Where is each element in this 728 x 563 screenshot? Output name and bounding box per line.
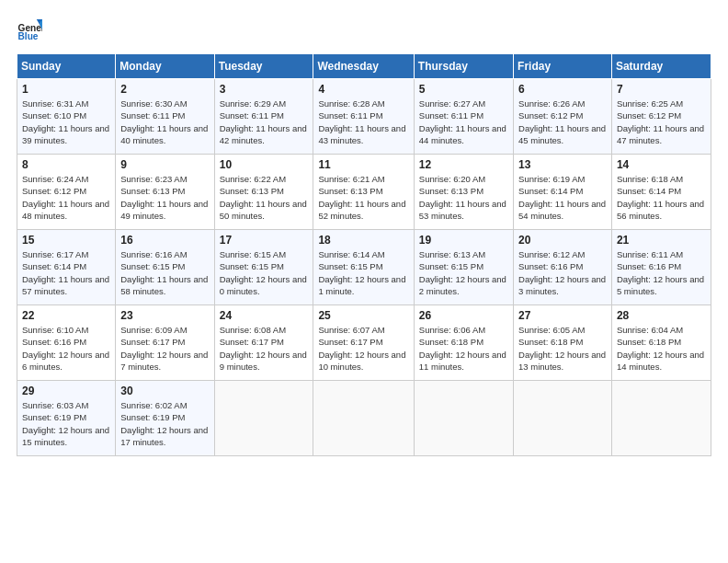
calendar-body: 1 Sunrise: 6:31 AMSunset: 6:10 PMDayligh… [17, 79, 711, 456]
day-info: Sunrise: 6:04 AMSunset: 6:18 PMDaylight:… [617, 324, 706, 373]
calendar-cell: 3 Sunrise: 6:29 AMSunset: 6:11 PMDayligh… [214, 79, 313, 155]
calendar-cell: 23 Sunrise: 6:09 AMSunset: 6:17 PMDaylig… [116, 305, 214, 381]
day-number: 24 [220, 309, 309, 322]
calendar-header: SundayMondayTuesdayWednesdayThursdayFrid… [17, 54, 711, 79]
day-number: 10 [220, 158, 309, 171]
header: General Blue [17, 17, 711, 42]
day-number: 4 [318, 83, 408, 96]
calendar-week-5: 29 Sunrise: 6:03 AMSunset: 6:19 PMDaylig… [17, 381, 711, 456]
day-number: 19 [419, 234, 508, 247]
header-cell-saturday: Saturday [611, 54, 711, 79]
calendar-week-1: 1 Sunrise: 6:31 AMSunset: 6:10 PMDayligh… [17, 79, 711, 155]
day-info: Sunrise: 6:21 AMSunset: 6:13 PMDaylight:… [318, 173, 408, 222]
day-info: Sunrise: 6:02 AMSunset: 6:19 PMDaylight:… [120, 399, 209, 448]
day-number: 14 [617, 158, 706, 171]
day-number: 21 [617, 234, 706, 247]
day-info: Sunrise: 6:16 AMSunset: 6:15 PMDaylight:… [120, 248, 209, 297]
day-info: Sunrise: 6:15 AMSunset: 6:15 PMDaylight:… [220, 248, 309, 297]
day-number: 9 [120, 158, 209, 171]
day-number: 2 [120, 83, 209, 96]
calendar-cell: 5 Sunrise: 6:27 AMSunset: 6:11 PMDayligh… [414, 79, 513, 155]
calendar-cell: 7 Sunrise: 6:25 AMSunset: 6:12 PMDayligh… [611, 79, 711, 155]
calendar-cell: 9 Sunrise: 6:23 AMSunset: 6:13 PMDayligh… [116, 155, 214, 230]
logo-icon: General Blue [17, 17, 42, 42]
day-info: Sunrise: 6:05 AMSunset: 6:18 PMDaylight:… [518, 324, 607, 373]
day-number: 15 [22, 234, 110, 247]
calendar-cell [611, 381, 711, 456]
day-number: 27 [518, 309, 607, 322]
calendar-cell: 24 Sunrise: 6:08 AMSunset: 6:17 PMDaylig… [214, 305, 313, 381]
day-info: Sunrise: 6:18 AMSunset: 6:14 PMDaylight:… [617, 173, 706, 222]
day-info: Sunrise: 6:27 AMSunset: 6:11 PMDaylight:… [419, 98, 508, 146]
day-info: Sunrise: 6:09 AMSunset: 6:17 PMDaylight:… [120, 324, 209, 373]
header-cell-friday: Friday [514, 54, 612, 79]
day-info: Sunrise: 6:03 AMSunset: 6:19 PMDaylight:… [22, 399, 110, 448]
day-number: 5 [419, 83, 508, 96]
day-info: Sunrise: 6:23 AMSunset: 6:13 PMDaylight:… [120, 173, 209, 222]
day-number: 8 [22, 158, 110, 171]
day-number: 6 [518, 83, 607, 96]
day-info: Sunrise: 6:13 AMSunset: 6:15 PMDaylight:… [419, 248, 508, 297]
day-info: Sunrise: 6:17 AMSunset: 6:14 PMDaylight:… [22, 248, 110, 297]
calendar-cell: 26 Sunrise: 6:06 AMSunset: 6:18 PMDaylig… [414, 305, 513, 381]
day-info: Sunrise: 6:19 AMSunset: 6:14 PMDaylight:… [518, 173, 607, 222]
calendar-cell: 13 Sunrise: 6:19 AMSunset: 6:14 PMDaylig… [514, 155, 612, 230]
calendar-cell: 8 Sunrise: 6:24 AMSunset: 6:12 PMDayligh… [17, 155, 116, 230]
day-info: Sunrise: 6:12 AMSunset: 6:16 PMDaylight:… [518, 248, 607, 297]
day-number: 12 [419, 158, 508, 171]
day-number: 22 [22, 309, 110, 322]
calendar-cell: 27 Sunrise: 6:05 AMSunset: 6:18 PMDaylig… [514, 305, 612, 381]
calendar-cell: 18 Sunrise: 6:14 AMSunset: 6:15 PMDaylig… [313, 230, 414, 305]
day-number: 17 [220, 234, 309, 247]
header-cell-wednesday: Wednesday [313, 54, 414, 79]
day-number: 23 [120, 309, 209, 322]
day-number: 16 [120, 234, 209, 247]
calendar-week-3: 15 Sunrise: 6:17 AMSunset: 6:14 PMDaylig… [17, 230, 711, 305]
page: General Blue SundayMondayTuesdayWednesda… [0, 0, 728, 465]
day-number: 26 [419, 309, 508, 322]
calendar-cell: 25 Sunrise: 6:07 AMSunset: 6:17 PMDaylig… [313, 305, 414, 381]
day-number: 25 [318, 309, 408, 322]
calendar-cell: 15 Sunrise: 6:17 AMSunset: 6:14 PMDaylig… [17, 230, 116, 305]
calendar-cell: 22 Sunrise: 6:10 AMSunset: 6:16 PMDaylig… [17, 305, 116, 381]
calendar-cell: 12 Sunrise: 6:20 AMSunset: 6:13 PMDaylig… [414, 155, 513, 230]
calendar-cell [313, 381, 414, 456]
calendar-cell: 29 Sunrise: 6:03 AMSunset: 6:19 PMDaylig… [17, 381, 116, 456]
day-info: Sunrise: 6:11 AMSunset: 6:16 PMDaylight:… [617, 248, 706, 297]
calendar-cell [214, 381, 313, 456]
day-info: Sunrise: 6:07 AMSunset: 6:17 PMDaylight:… [318, 324, 408, 373]
calendar-cell: 4 Sunrise: 6:28 AMSunset: 6:11 PMDayligh… [313, 79, 414, 155]
day-number: 30 [120, 385, 209, 397]
calendar-cell: 14 Sunrise: 6:18 AMSunset: 6:14 PMDaylig… [611, 155, 711, 230]
day-info: Sunrise: 6:22 AMSunset: 6:13 PMDaylight:… [220, 173, 309, 222]
day-number: 18 [318, 234, 408, 247]
day-number: 20 [518, 234, 607, 247]
day-number: 28 [617, 309, 706, 322]
calendar-cell: 30 Sunrise: 6:02 AMSunset: 6:19 PMDaylig… [116, 381, 214, 456]
calendar-cell: 20 Sunrise: 6:12 AMSunset: 6:16 PMDaylig… [514, 230, 612, 305]
day-info: Sunrise: 6:24 AMSunset: 6:12 PMDaylight:… [22, 173, 110, 222]
calendar-week-2: 8 Sunrise: 6:24 AMSunset: 6:12 PMDayligh… [17, 155, 711, 230]
calendar-cell [514, 381, 612, 456]
calendar-table: SundayMondayTuesdayWednesdayThursdayFrid… [17, 53, 711, 456]
day-info: Sunrise: 6:08 AMSunset: 6:17 PMDaylight:… [220, 324, 309, 373]
calendar-cell [414, 381, 513, 456]
day-number: 3 [220, 83, 309, 96]
svg-text:Blue: Blue [18, 31, 39, 41]
day-info: Sunrise: 6:31 AMSunset: 6:10 PMDaylight:… [22, 98, 110, 146]
calendar-cell: 11 Sunrise: 6:21 AMSunset: 6:13 PMDaylig… [313, 155, 414, 230]
calendar-cell: 19 Sunrise: 6:13 AMSunset: 6:15 PMDaylig… [414, 230, 513, 305]
calendar-cell: 17 Sunrise: 6:15 AMSunset: 6:15 PMDaylig… [214, 230, 313, 305]
header-cell-tuesday: Tuesday [214, 54, 313, 79]
day-number: 13 [518, 158, 607, 171]
header-row: SundayMondayTuesdayWednesdayThursdayFrid… [17, 54, 711, 79]
day-info: Sunrise: 6:10 AMSunset: 6:16 PMDaylight:… [22, 324, 110, 373]
header-cell-sunday: Sunday [17, 54, 116, 79]
calendar-cell: 6 Sunrise: 6:26 AMSunset: 6:12 PMDayligh… [514, 79, 612, 155]
header-cell-monday: Monday [116, 54, 214, 79]
day-number: 7 [617, 83, 706, 96]
header-cell-thursday: Thursday [414, 54, 513, 79]
calendar-cell: 10 Sunrise: 6:22 AMSunset: 6:13 PMDaylig… [214, 155, 313, 230]
day-info: Sunrise: 6:29 AMSunset: 6:11 PMDaylight:… [220, 98, 309, 146]
day-number: 1 [22, 83, 110, 96]
